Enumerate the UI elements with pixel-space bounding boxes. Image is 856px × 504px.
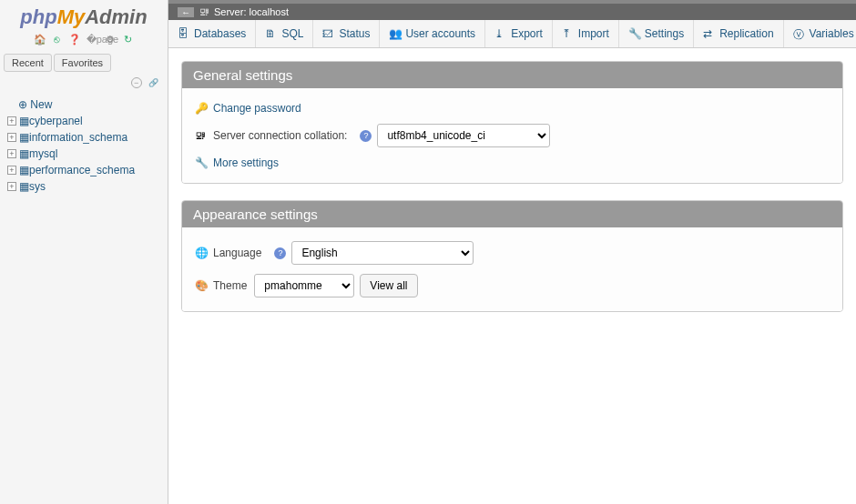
link-icon[interactable]: 🔗 <box>148 78 158 89</box>
collapse-icon[interactable]: − <box>131 77 142 88</box>
panel-general-settings: General settings 🔑 Change password 🖳 Ser… <box>181 61 843 184</box>
tab-variables[interactable]: ⓥVariables <box>784 20 856 47</box>
expand-icon[interactable]: + <box>7 149 16 158</box>
change-password-link[interactable]: Change password <box>213 102 301 115</box>
row-theme: 🎨 Theme pmahomme View all <box>195 269 830 302</box>
help-icon[interactable]: ? <box>360 130 372 142</box>
wrench-icon: 🔧 <box>628 27 641 40</box>
expand-icon[interactable]: + <box>7 182 16 191</box>
logo-toolbar: 🏠 ⎋ ❓ �page ⚙ ↻ <box>0 31 168 52</box>
tree-db-mysql[interactable]: + ▦ mysql <box>4 146 164 162</box>
replication-icon: ⇄ <box>703 27 716 40</box>
tree-db-label: sys <box>29 180 46 193</box>
expand-icon[interactable]: + <box>7 166 16 175</box>
db-icon: ▦ <box>19 147 29 160</box>
reload-icon[interactable]: ↻ <box>121 34 134 46</box>
panel-header: Appearance settings <box>182 201 842 227</box>
language-label: Language <box>213 247 261 259</box>
tab-replication[interactable]: ⇄Replication <box>694 20 783 47</box>
settings-icon[interactable]: ⚙ <box>104 34 117 46</box>
tab-label: Databases <box>194 27 246 40</box>
db-icon: ▦ <box>19 131 29 144</box>
docs-icon[interactable]: ❓ <box>68 34 81 46</box>
tree-db-label: cyberpanel <box>29 115 83 127</box>
users-icon: 👥 <box>389 27 402 40</box>
more-settings-link[interactable]: More settings <box>213 156 279 169</box>
theme-label: Theme <box>213 279 247 292</box>
logo-part-my: My <box>57 5 86 28</box>
import-icon: ⤒ <box>562 27 575 40</box>
collapse-sidebar-icon[interactable]: ← <box>178 7 194 17</box>
tree-db-label: mysql <box>29 147 57 160</box>
theme-icon: 🎨 <box>195 279 208 292</box>
content: General settings 🔑 Change password 🖳 Ser… <box>168 48 856 341</box>
main: ← 🖳 Server: localhost 🗄Databases 🗎SQL 🗠S… <box>168 0 856 504</box>
databases-icon: 🗄 <box>178 27 190 40</box>
row-more-settings: 🔧 More settings <box>195 152 830 174</box>
tab-status[interactable]: 🗠Status <box>313 20 380 47</box>
tab-label: Export <box>511 27 543 40</box>
tab-sql[interactable]: 🗎SQL <box>256 20 313 47</box>
expand-icon[interactable]: + <box>7 116 16 126</box>
sql-icon: 🗎 <box>265 27 278 40</box>
collation-label: Server connection collation: <box>213 129 347 142</box>
new-icon: ⊕ <box>18 98 30 111</box>
tab-label: Replication <box>719 27 773 40</box>
tab-export[interactable]: ⤓Export <box>485 20 553 47</box>
tree-new[interactable]: ⊕ New <box>4 96 164 113</box>
language-icon: 🌐 <box>195 247 208 259</box>
tab-label: Status <box>339 27 370 40</box>
breadcrumb-server-label: Server: <box>214 6 246 17</box>
panel-appearance-settings: Appearance settings 🌐 Language ? English… <box>181 200 843 312</box>
tree-db-information-schema[interactable]: + ▦ information_schema <box>4 129 164 146</box>
variables-icon: ⓥ <box>793 27 806 40</box>
logo[interactable]: phpMyAdmin <box>0 0 168 31</box>
main-tabs: 🗄Databases 🗎SQL 🗠Status 👥User accounts ⤓… <box>168 20 856 48</box>
row-language: 🌐 Language ? English <box>195 237 830 269</box>
logo-part-php: php <box>20 5 56 28</box>
key-icon: 🔑 <box>195 102 208 115</box>
tab-label: User accounts <box>405 27 475 40</box>
tree-db-sys[interactable]: + ▦ sys <box>4 178 164 195</box>
sql-icon[interactable]: �page <box>87 34 99 46</box>
export-icon: ⤓ <box>494 27 507 40</box>
help-icon[interactable]: ? <box>274 247 286 259</box>
sidebar-tabs: Recent Favorites <box>0 52 168 74</box>
tab-favorites[interactable]: Favorites <box>54 54 111 72</box>
panel-body: 🌐 Language ? English 🎨 Theme pmahomme Vi… <box>182 227 842 311</box>
wrench-icon: 🔧 <box>195 156 208 169</box>
collation-select[interactable]: utf8mb4_unicode_ci <box>377 124 550 147</box>
tree-db-performance-schema[interactable]: + ▦ performance_schema <box>4 162 164 178</box>
server-icon: 🖳 <box>195 129 208 142</box>
row-change-password: 🔑 Change password <box>195 97 830 119</box>
tab-recent[interactable]: Recent <box>4 54 52 72</box>
tab-label: Variables <box>810 27 854 40</box>
tab-import[interactable]: ⤒Import <box>553 20 619 47</box>
db-tree: ⊕ New + ▦ cyberpanel + ▦ information_sch… <box>0 91 168 200</box>
logout-icon[interactable]: ⎋ <box>51 34 64 46</box>
breadcrumb-server-name[interactable]: localhost <box>250 6 289 17</box>
tab-settings[interactable]: 🔧Settings <box>619 20 694 47</box>
view-all-button[interactable]: View all <box>360 274 417 297</box>
db-icon: ▦ <box>19 115 29 127</box>
panel-body: 🔑 Change password 🖳 Server connection co… <box>182 88 842 183</box>
tree-db-label: information_schema <box>29 131 127 144</box>
tab-label: Import <box>578 27 609 40</box>
breadcrumb: ← 🖳 Server: localhost <box>168 4 856 20</box>
status-icon: 🗠 <box>322 27 335 40</box>
expand-icon[interactable]: + <box>7 133 16 142</box>
row-collation: 🖳 Server connection collation: ? utf8mb4… <box>195 119 830 152</box>
tab-label: Settings <box>645 27 684 40</box>
server-icon: 🖳 <box>199 6 209 17</box>
tab-databases[interactable]: 🗄Databases <box>168 20 256 47</box>
language-select[interactable]: English <box>291 241 474 265</box>
sidebar: phpMyAdmin 🏠 ⎋ ❓ �page ⚙ ↻ Recent Favori… <box>0 0 168 504</box>
theme-select[interactable]: pmahomme <box>254 274 354 297</box>
tree-new-label: New <box>30 98 52 111</box>
db-icon: ▦ <box>19 164 29 176</box>
collapse-controls: − 🔗 <box>0 74 168 91</box>
tree-db-cyberpanel[interactable]: + ▦ cyberpanel <box>4 113 164 129</box>
home-icon[interactable]: 🏠 <box>34 34 46 46</box>
tab-label: SQL <box>281 27 303 40</box>
tab-user-accounts[interactable]: 👥User accounts <box>380 20 485 47</box>
